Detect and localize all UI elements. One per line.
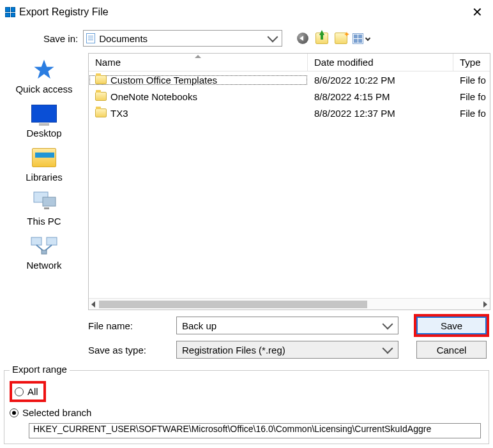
places-sidebar: Quick access Desktop Libraries This PC — [0, 53, 88, 310]
sidebar-item-label: Libraries — [26, 172, 63, 183]
file-row[interactable]: OneNote Notebooks 8/8/2022 4:15 PM File … — [89, 88, 490, 105]
network-icon — [30, 234, 58, 257]
folder-toolbar: ✦ — [295, 31, 370, 46]
export-range-legend: Export range — [10, 364, 70, 375]
sidebar-item-label: Network — [26, 260, 61, 271]
export-selected-branch-radio[interactable] — [10, 408, 19, 417]
libraries-folder-icon — [30, 146, 58, 169]
file-type: File fo — [453, 91, 490, 102]
column-header-name-label: Name — [95, 57, 121, 68]
file-date: 8/8/2022 4:15 PM — [308, 91, 453, 102]
sidebar-item-quick-access[interactable]: Quick access — [9, 58, 79, 94]
sidebar-item-network[interactable]: Network — [9, 234, 79, 271]
save-in-row: Save in: Documents ✦ — [0, 24, 493, 53]
sort-ascending-icon — [195, 55, 201, 58]
save-as-type-dropdown[interactable]: Registration Files (*.reg) — [176, 341, 398, 359]
sidebar-item-label: Desktop — [26, 128, 61, 138]
chevron-down-icon — [268, 32, 278, 43]
file-date: 8/6/2022 10:22 PM — [308, 75, 453, 86]
export-registry-dialog: Export Registry File ✕ Save in: Document… — [0, 0, 493, 448]
save-in-label: Save in: — [43, 33, 78, 44]
svg-rect-2 — [43, 197, 56, 206]
svg-rect-5 — [47, 237, 57, 245]
save-in-value: Documents — [99, 33, 269, 44]
selected-branch-input[interactable]: HKEY_CURRENT_USER\SOFTWARE\Microsoft\Off… — [29, 423, 481, 438]
file-name: Custom Office Templates — [110, 75, 217, 86]
horizontal-scrollbar[interactable] — [89, 298, 490, 310]
new-folder-icon: ✦ — [335, 33, 347, 44]
view-menu-button[interactable] — [353, 31, 370, 46]
regedit-app-icon — [5, 7, 15, 17]
desktop-monitor-icon — [30, 102, 58, 125]
scroll-right-icon[interactable] — [483, 301, 487, 308]
chevron-down-icon — [383, 319, 393, 330]
quick-access-star-icon — [30, 58, 58, 81]
svg-marker-0 — [34, 59, 54, 78]
title-bar: Export Registry File ✕ — [0, 0, 493, 24]
up-one-level-icon — [315, 33, 328, 44]
view-menu-icon — [353, 33, 363, 44]
file-type: File fo — [453, 108, 490, 119]
scroll-thumb[interactable] — [99, 301, 367, 308]
folder-icon — [95, 92, 107, 101]
file-name: OneNote Notebooks — [110, 91, 197, 102]
this-pc-icon — [30, 190, 58, 213]
export-selected-branch-label: Selected branch — [22, 407, 91, 418]
svg-rect-3 — [44, 207, 49, 209]
file-name-input[interactable]: Back up — [176, 317, 398, 334]
chevron-down-icon — [383, 343, 393, 354]
file-name: TX3 — [110, 108, 128, 119]
save-as-type-label: Save as type: — [88, 345, 167, 355]
file-list[interactable]: Custom Office Templates 8/6/2022 10:22 P… — [89, 71, 490, 298]
sidebar-item-libraries[interactable]: Libraries — [9, 146, 79, 183]
export-all-label: All — [27, 386, 38, 397]
cancel-button[interactable]: Cancel — [416, 341, 487, 359]
file-name-label: File name: — [88, 320, 167, 331]
all-option-highlight: All — [10, 381, 46, 402]
file-name-value: Back up — [182, 320, 384, 331]
folder-icon — [95, 108, 107, 117]
export-all-radio[interactable] — [15, 387, 24, 396]
chevron-down-icon — [365, 36, 370, 41]
file-list-panel: Name Date modified Type Custom Office Te… — [88, 53, 490, 310]
save-as-type-value: Registration Files (*.reg) — [182, 345, 384, 355]
new-folder-button[interactable]: ✦ — [333, 31, 349, 46]
sidebar-item-label: This PC — [27, 216, 61, 227]
back-button[interactable] — [295, 31, 310, 46]
file-row[interactable]: TX3 8/8/2022 12:37 PM File fo — [89, 105, 490, 121]
window-title: Export Registry File — [19, 6, 109, 18]
save-in-dropdown[interactable]: Documents — [83, 30, 282, 47]
folder-icon — [95, 75, 107, 84]
file-date: 8/8/2022 12:37 PM — [308, 108, 453, 119]
column-header-name[interactable]: Name — [89, 54, 308, 71]
column-header-date[interactable]: Date modified — [308, 54, 453, 71]
documents-folder-icon — [86, 33, 95, 43]
file-row[interactable]: Custom Office Templates 8/6/2022 10:22 P… — [89, 71, 490, 88]
close-button[interactable]: ✕ — [472, 6, 487, 19]
scroll-left-icon[interactable] — [91, 301, 95, 308]
save-button[interactable]: Save — [416, 317, 487, 334]
svg-rect-8 — [42, 250, 47, 254]
file-type: File fo — [453, 75, 490, 86]
column-headers: Name Date modified Type — [89, 54, 490, 71]
main-area: Quick access Desktop Libraries This PC — [0, 53, 493, 310]
back-icon — [297, 33, 308, 44]
sidebar-item-this-pc[interactable]: This PC — [9, 190, 79, 227]
up-level-button[interactable] — [314, 31, 330, 46]
sidebar-item-desktop[interactable]: Desktop — [9, 102, 79, 138]
filename-section: File name: Back up Save Save as type: Re… — [0, 310, 493, 369]
column-header-type[interactable]: Type — [453, 54, 490, 71]
selected-branch-value: HKEY_CURRENT_USER\SOFTWARE\Microsoft\Off… — [33, 424, 431, 434]
export-range-group: Export range All Selected branch HKEY_CU… — [4, 370, 489, 444]
sidebar-item-label: Quick access — [15, 84, 72, 94]
svg-rect-4 — [31, 237, 42, 245]
